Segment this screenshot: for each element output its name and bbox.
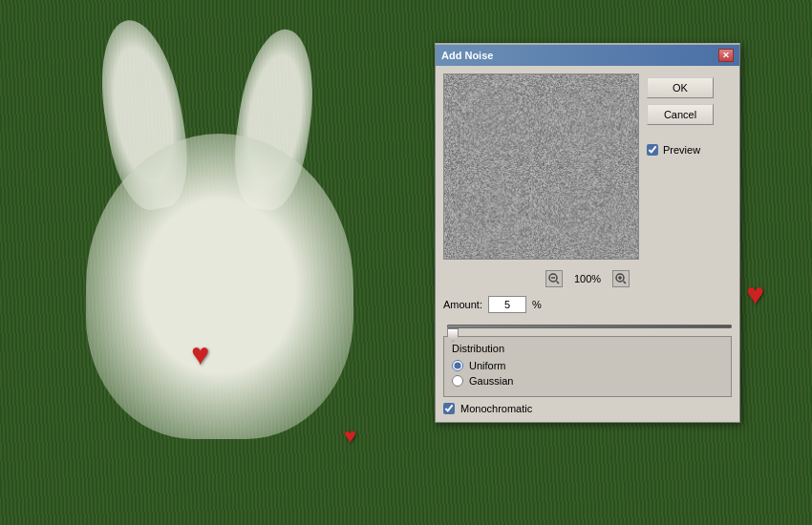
amount-row: Amount: % (443, 296, 732, 313)
monochromatic-checkbox[interactable] (443, 403, 455, 414)
cancel-button[interactable]: Cancel (647, 104, 714, 125)
amount-unit: % (532, 299, 542, 310)
noise-preview-canvas (443, 74, 639, 260)
dialog-title: Add Noise (441, 50, 493, 61)
zoom-out-icon (548, 273, 560, 284)
preview-checkbox-row: Preview (647, 144, 714, 156)
dialog-title-bar: Add Noise ✕ (436, 45, 739, 66)
bunny-body (86, 134, 353, 439)
heart-1: ♥ (191, 337, 209, 372)
right-buttons: OK Cancel Preview (647, 74, 714, 260)
svg-line-2 (556, 282, 559, 284)
heart-2: ♥ (746, 277, 764, 312)
preview-label: Preview (663, 144, 700, 156)
zoom-in-button[interactable] (612, 270, 630, 287)
close-button[interactable]: ✕ (718, 49, 734, 62)
dialog-body: OK Cancel Preview 100% (436, 66, 739, 422)
monochromatic-row: Monochromatic (443, 403, 732, 414)
slider-track[interactable] (447, 325, 732, 328)
distribution-title: Distribution (452, 343, 723, 354)
gaussian-radio-row: Gaussian (452, 375, 723, 387)
slider-container (443, 325, 732, 328)
zoom-in-icon (615, 273, 627, 284)
svg-line-6 (624, 282, 627, 284)
heart-3: ♥ (344, 424, 356, 449)
zoom-out-button[interactable] (545, 270, 563, 287)
uniform-radio-row: Uniform (452, 360, 723, 371)
monochromatic-label: Monochromatic (460, 403, 532, 414)
preview-checkbox[interactable] (647, 144, 658, 156)
amount-input[interactable] (488, 296, 526, 313)
uniform-radio[interactable] (452, 360, 463, 371)
ok-button[interactable]: OK (647, 77, 714, 98)
zoom-percent: 100% (574, 273, 601, 284)
distribution-box: Distribution Uniform Gaussian (443, 336, 732, 397)
uniform-label: Uniform (469, 360, 506, 371)
amount-label: Amount: (443, 299, 482, 310)
gaussian-label: Gaussian (469, 375, 513, 387)
gaussian-radio[interactable] (452, 375, 463, 387)
add-noise-dialog: Add Noise ✕ OK Cancel Preview (435, 43, 740, 423)
preview-section: OK Cancel Preview (443, 74, 732, 260)
zoom-bar: 100% (443, 265, 732, 292)
